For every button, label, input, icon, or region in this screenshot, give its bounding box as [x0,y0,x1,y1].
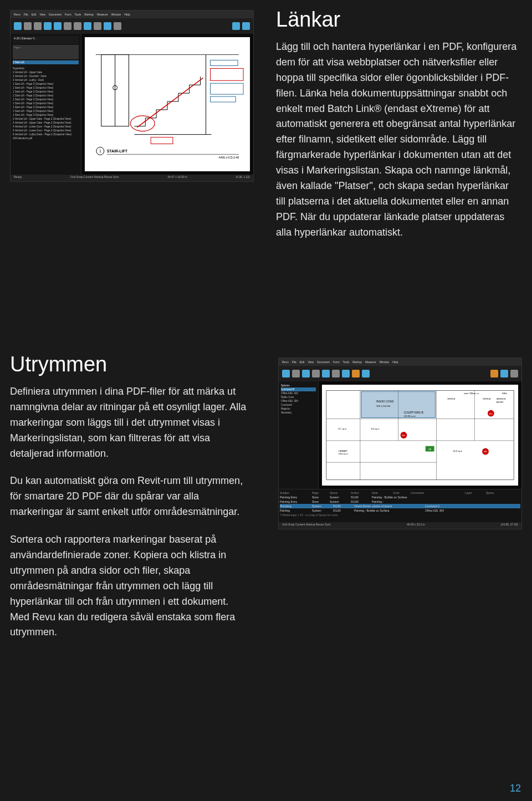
spaces-p3: Sortera och rapportera markeringar baser… [10,532,248,640]
svg-text:LIBRARY: LIBRARY [339,450,348,452]
side-item: Office A26. 322 [281,391,316,395]
side-item: 1 Start-Lift - Page 3 (Snapshot View) [13,94,79,98]
status-bar: Ready Grid Snap Content Markup Reuse Syn… [11,175,253,181]
menu-item: Edit [300,360,305,364]
menu-item: Help [124,13,130,16]
side-item: 2 Vertical Lift - Upper Gate - Page 2 (S… [13,117,79,121]
menu-item: Measure [97,13,108,16]
side-item: 1 Start-Lift - Page 3 (Snapshot View) [13,82,79,86]
svg-text:BU: BU [402,434,406,437]
svg-text:103m: 103m [502,392,508,395]
page-number: 12 [510,783,521,794]
status-toggles: Grid Snap Content Markup Reuse Sync [282,523,331,528]
toolbar-icon [232,22,240,30]
spaces-p2: Du kan automatiskt göra om Revit-rum til… [10,473,248,520]
spaces-panel: Spaces Courtyard B Office A26. 322 Radio… [279,381,319,489]
status-toggles: Grid Snap Content Markup Reuse Sync [70,175,119,181]
menu-item: Tools [75,13,81,16]
links-section: Länkar Lägg till och hantera hyperlänkar… [276,8,520,241]
menu-item: Markup [352,360,362,364]
svg-text:COURTYARD B: COURTYARD B [404,411,424,414]
menu-item: Window [111,13,121,16]
side-item: Registry [281,407,316,411]
menu-item: Form [65,13,71,16]
side-item: 1 Start-Lift - Page 3 (Snapshot View) [13,113,79,117]
side-item: Hyperlinks [13,67,79,70]
side-item: 2 Vertical Lift - Upper Gate - Page 2 (S… [13,121,79,125]
svg-text:8.7 sq m: 8.7 sq m [339,427,347,430]
side-item: 6 Vertical Lift - Lobby Deck - Page 2 (S… [13,132,79,136]
svg-text:ENTRY: ENTRY [497,401,504,404]
side-item: A20-elevators.pdf [13,136,79,140]
status-scale: 34.67 x 16.50 in [167,175,187,181]
svg-text:OFFICE: OFFICE [447,397,456,400]
menu-item: Revu [14,13,21,16]
status-bar: Grid Snap Content Markup Reuse Sync 48.0… [279,522,521,529]
svg-text:RADIO CONS: RADIO CONS [376,400,394,403]
toolbar-icon [34,22,42,30]
menu-item: Markup [84,13,94,16]
drawing-canvas: 1 STAIR-LIFT A406-J-IC3-2-48 [85,37,250,171]
toolbar-icon [352,370,360,377]
toolbar-icon [312,370,320,377]
menu-item: Document [49,13,62,16]
svg-text:BU: BU [489,412,493,415]
svg-text:meet 200mm cc: meet 200mm cc [464,392,479,395]
drawing-title: STAIR-LIFT [107,149,128,153]
toolbar-icon [322,370,330,377]
app-menubar: Revu File Edit View Document Form Tools … [11,11,253,18]
menu-item: Help [392,360,398,364]
svg-text:BG: BG [484,450,487,453]
markup-row: Plumbing System 5/1/20 Check Dimen- piec… [280,504,520,508]
menu-item: File [292,360,296,364]
toolbar-icon [510,370,518,377]
toolbar-icon [332,370,340,377]
floorplan-drawing: RADIO CONS 906.1,254,104 COURTYARD B 102… [322,385,518,486]
status-coords: (4,36, 1.22) [236,175,250,181]
side-item: Courtyard [281,403,316,407]
side-item: Courtyard B [281,387,316,391]
side-item: 2 Start-Lift [13,60,79,64]
app-toolbar [11,18,253,34]
menu-item: View [39,13,45,16]
svg-rect-26 [361,391,436,417]
app-screenshot-spaces: Revu File Edit View Document Form Tools … [278,358,522,529]
thumb: Page 2 [13,45,79,59]
side-item: Radio Cons [281,395,316,399]
app-body: Spaces Courtyard B Office A26. 322 Radio… [279,381,521,489]
toolbar-icon [94,22,101,30]
side-item: Secretary [281,411,316,415]
svg-text:OFFICE: OFFICE [483,397,491,400]
menu-item: Measure [365,360,376,364]
toolbar-icon [64,22,71,30]
toolbar-icon [24,22,32,30]
spaces-section: Utrymmen Definiera utrymmen i dina PDF-f… [10,353,248,652]
side-item: 5 Vertical Lift - Lower Door - Page 2 (S… [13,129,79,132]
stair-lift-drawing: 1 STAIR-LIFT A406-J-IC3-2-48 [85,37,250,171]
menu-item: File [24,13,28,16]
side-item: 1 Start-Lift - Page 3 (Snapshot View) [13,109,79,113]
markup-header: Subject Page Space Author Date Color Com… [280,491,520,495]
links-body: Lägg till och hantera hyperlänkar i en P… [276,39,520,241]
svg-text:14.8 sq m: 14.8 sq m [453,450,463,452]
app-body: A.20 | Elevator V... Page 2 2 Start-Lift… [11,34,253,175]
status-scale: 48.00 x 23.2 in [407,523,425,528]
side-item: 1 Start-Lift - Page 3 (Snapshot View) [13,98,79,101]
svg-text:1: 1 [99,149,101,153]
svg-text:SERVICE: SERVICE [497,397,507,400]
toolbar-icon [14,22,22,30]
side-item: Office A26. 354 [281,399,316,403]
side-item: 2 Vertical Lift - Upper Gate [13,70,79,74]
svg-text:23.6 sq m: 23.6 sq m [339,452,349,455]
doc-tab: A.20 | Elevator V... [13,36,79,44]
toolbar-icon [54,22,62,30]
status-coords: (24.85, 27.00) [501,523,518,528]
toolbar-icon [74,22,81,30]
svg-text:8.3 sq m: 8.3 sq m [371,427,380,430]
toolbar-icon [500,370,508,377]
spaces-p1: Definiera utrymmen i dina PDF-filer för … [10,384,248,461]
status-ready: Ready [14,175,22,181]
toolbar-icon [242,22,250,30]
side-item: 1 Start-Lift - Page 3 (Snapshot View) [13,105,79,109]
markup-footer: 7 Markeringar 1 Fil - no drag of Space f… [280,513,520,517]
